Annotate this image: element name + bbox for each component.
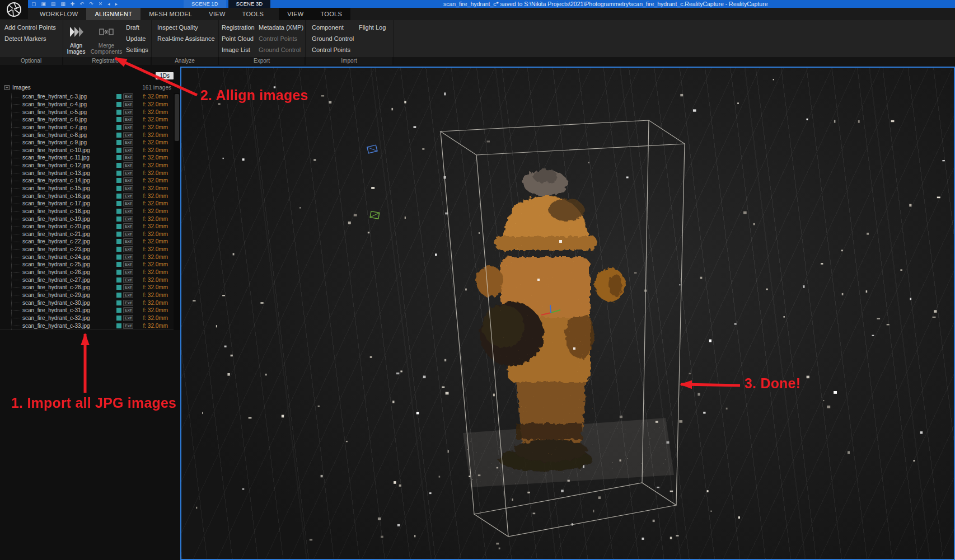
focal-length-label: f: 32.0mm	[137, 200, 168, 206]
export-point-cloud-button[interactable]: Point Cloud	[222, 35, 254, 42]
image-list-item[interactable]: scan_fire_hydrant_c-27.jpgExiff: 32.0mm	[0, 276, 174, 284]
export-control-points-button[interactable]: Control Points	[259, 35, 297, 42]
image-list-item[interactable]: scan_fire_hydrant_c-29.jpgExiff: 32.0mm	[0, 291, 174, 299]
image-list-item[interactable]: scan_fire_hydrant_c-30.jpgExiff: 32.0mm	[0, 299, 174, 307]
align-images-button[interactable]: Align Images	[63, 22, 89, 56]
tab-view[interactable]: VIEW	[200, 8, 233, 20]
group-label-export: Export	[219, 57, 306, 65]
prev-view-icon[interactable]: ◂	[107, 1, 110, 7]
image-list-item[interactable]: scan_fire_hydrant_c-24.jpgExiff: 32.0mm	[0, 253, 174, 261]
ribbon-group-analyze: Inspect Quality Real-time Assistance	[152, 20, 219, 57]
image-filename: scan_fire_hydrant_c-14.jpg	[22, 177, 90, 183]
detect-markers-button[interactable]: Detect Markers	[4, 35, 46, 42]
scrollbar-thumb[interactable]	[175, 94, 179, 141]
image-list-item[interactable]: scan_fire_hydrant_c-33.jpgExiff: 32.0mm	[0, 322, 174, 330]
app-logo[interactable]	[0, 0, 28, 19]
context-tab-tools[interactable]: TOOLS	[312, 8, 350, 20]
undo-icon[interactable]: ↶	[80, 1, 85, 7]
focal-length-label: f: 32.0mm	[137, 185, 168, 191]
focal-length-label: f: 32.0mm	[137, 254, 168, 260]
image-list-scrollbar[interactable]	[174, 93, 180, 330]
camera-marker-green[interactable]	[370, 211, 380, 219]
import-component-button[interactable]: Component	[312, 24, 344, 31]
export-metadata-xmp-button[interactable]: Metadata (XMP)	[259, 24, 303, 31]
settings-button[interactable]: Settings	[126, 46, 148, 53]
update-button[interactable]: Update	[126, 35, 146, 42]
image-list-item[interactable]: scan_fire_hydrant_c-4.jpgExiff: 32.0mm	[0, 101, 174, 109]
focal-length-label: f: 32.0mm	[137, 124, 168, 130]
tab-alignment[interactable]: ALIGNMENT	[86, 8, 141, 20]
import-ground-control-button[interactable]: Ground Control	[312, 35, 354, 42]
image-list-item[interactable]: scan_fire_hydrant_c-5.jpgExiff: 32.0mm	[0, 108, 174, 116]
merge-components-button[interactable]: Merge Components	[90, 22, 123, 56]
image-list-item[interactable]: scan_fire_hydrant_c-23.jpgExiff: 32.0mm	[0, 246, 174, 253]
layout-icon[interactable]: ▦	[61, 1, 66, 7]
image-list-item[interactable]: scan_fire_hydrant_c-6.jpgExiff: 32.0mm	[0, 116, 174, 124]
image-list-item[interactable]: scan_fire_hydrant_c-25.jpgExiff: 32.0mm	[0, 261, 174, 269]
export-ground-control-button[interactable]: Ground Control	[259, 46, 301, 53]
image-list-item[interactable]: scan_fire_hydrant_c-19.jpgExiff: 32.0mm	[0, 215, 174, 223]
camera-marker-blue[interactable]	[367, 145, 377, 153]
context-tab-view[interactable]: VIEW	[279, 8, 312, 20]
image-filename: scan_fire_hydrant_c-20.jpg	[22, 223, 90, 229]
image-list-item[interactable]: scan_fire_hydrant_c-7.jpgExiff: 32.0mm	[0, 124, 174, 131]
texture-badge-icon	[116, 102, 121, 107]
aperture-logo-icon	[6, 2, 22, 17]
draft-button[interactable]: Draft	[126, 24, 139, 31]
group-label-import: Import	[306, 57, 394, 65]
image-filename: scan_fire_hydrant_c-33.jpg	[22, 323, 90, 329]
focal-length-label: f: 32.0mm	[137, 162, 168, 168]
save-icon[interactable]: ▤	[51, 1, 56, 7]
3d-viewport[interactable]	[180, 67, 955, 560]
image-list-item[interactable]: scan_fire_hydrant_c-3.jpgExiff: 32.0mm	[0, 93, 174, 101]
image-list-item[interactable]: scan_fire_hydrant_c-31.jpgExiff: 32.0mm	[0, 307, 174, 314]
close-view-icon[interactable]: ✕	[99, 1, 103, 7]
inspect-quality-button[interactable]: Inspect Quality	[157, 24, 198, 31]
image-list-item[interactable]: scan_fire_hydrant_c-32.jpgExiff: 32.0mm	[0, 314, 174, 322]
image-list-item[interactable]: scan_fire_hydrant_c-17.jpgExiff: 32.0mm	[0, 200, 174, 208]
image-list-item[interactable]: scan_fire_hydrant_c-16.jpgExiff: 32.0mm	[0, 192, 174, 200]
image-list-item[interactable]: scan_fire_hydrant_c-21.jpgExiff: 32.0mm	[0, 230, 174, 238]
focal-length-label: f: 32.0mm	[137, 154, 168, 161]
new-icon[interactable]: ▢	[31, 1, 36, 7]
image-list-item[interactable]: scan_fire_hydrant_c-20.jpgExiff: 32.0mm	[0, 223, 174, 230]
focal-length-label: f: 32.0mm	[137, 208, 168, 214]
image-list-item[interactable]: scan_fire_hydrant_c-18.jpgExiff: 32.0mm	[0, 208, 174, 215]
group-label-optional: Optional	[0, 57, 63, 65]
export-registration-button[interactable]: Registration	[222, 24, 255, 31]
image-list-item[interactable]: scan_fire_hydrant_c-22.jpgExiff: 32.0mm	[0, 238, 174, 246]
exif-badge: Exif	[123, 277, 133, 283]
import-flight-log-button[interactable]: Flight Log	[359, 24, 386, 31]
image-list-item[interactable]: scan_fire_hydrant_c-9.jpgExiff: 32.0mm	[0, 139, 174, 147]
image-filename: scan_fire_hydrant_c-11.jpg	[22, 154, 90, 161]
export-image-list-button[interactable]: Image List	[222, 46, 250, 53]
texture-badge-icon	[116, 133, 121, 138]
realtime-assistance-button[interactable]: Real-time Assistance	[157, 35, 215, 42]
tab-mesh-model[interactable]: MESH MODEL	[141, 8, 200, 20]
tab-workflow[interactable]: WORKFLOW	[31, 8, 86, 20]
image-list-item[interactable]: scan_fire_hydrant_c-10.jpgExiff: 32.0mm	[0, 146, 174, 154]
image-list-item[interactable]: scan_fire_hydrant_c-26.jpgExiff: 32.0mm	[0, 269, 174, 276]
image-list-item[interactable]: scan_fire_hydrant_c-8.jpgExiff: 32.0mm	[0, 131, 174, 139]
add-view-icon[interactable]: ✚	[71, 1, 75, 7]
image-list-item[interactable]: scan_fire_hydrant_c-11.jpgExiff: 32.0mm	[0, 154, 174, 162]
tree-expander-icon[interactable]: −	[4, 85, 10, 90]
scene-tab-scene-1d[interactable]: SCENE 1D	[184, 0, 226, 8]
group-label-registration: Registration	[63, 57, 152, 65]
tree-root-label: Images	[12, 84, 31, 91]
image-list-item[interactable]: scan_fire_hydrant_c-12.jpgExiff: 32.0mm	[0, 162, 174, 170]
image-list-item[interactable]: scan_fire_hydrant_c-13.jpgExiff: 32.0mm	[0, 169, 174, 177]
image-list-item[interactable]: scan_fire_hydrant_c-14.jpgExiff: 32.0mm	[0, 177, 174, 185]
focal-length-label: f: 32.0mm	[137, 109, 168, 115]
tab-tools[interactable]: TOOLS	[234, 8, 273, 20]
import-control-points-button[interactable]: Control Points	[312, 46, 350, 53]
scene-tab-scene-3d[interactable]: SCENE 3D	[228, 0, 271, 8]
panel-tab-1ds[interactable]: 1Ds	[156, 72, 174, 79]
focal-length-label: f: 32.0mm	[137, 139, 168, 145]
image-list-item[interactable]: scan_fire_hydrant_c-28.jpgExiff: 32.0mm	[0, 284, 174, 291]
next-view-icon[interactable]: ▸	[115, 1, 118, 7]
open-icon[interactable]: ▣	[41, 1, 46, 7]
redo-icon[interactable]: ↷	[89, 1, 93, 7]
image-list-item[interactable]: scan_fire_hydrant_c-15.jpgExiff: 32.0mm	[0, 185, 174, 192]
add-control-points-button[interactable]: Add Control Points	[4, 24, 56, 31]
